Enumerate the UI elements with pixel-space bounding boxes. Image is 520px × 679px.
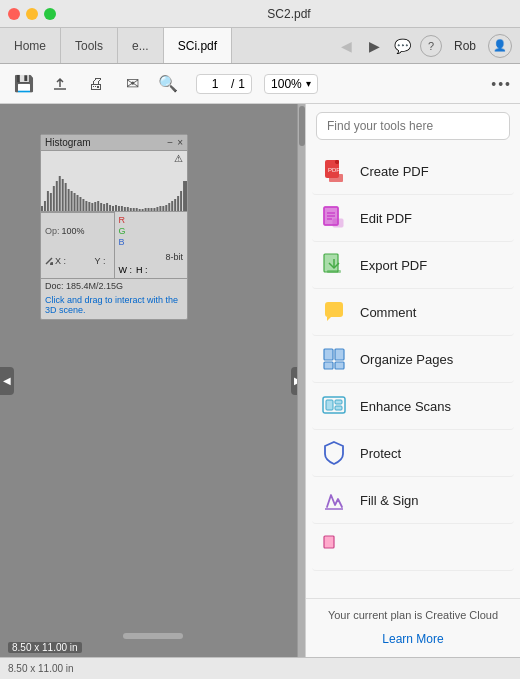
tools-panel: PDF Create PDF Edit PDF bbox=[305, 104, 520, 657]
protect-icon bbox=[320, 439, 348, 467]
histogram-titlebar: Histogram − × bbox=[41, 135, 187, 151]
svg-rect-8 bbox=[62, 179, 64, 211]
svg-rect-44 bbox=[168, 203, 170, 211]
svg-rect-32 bbox=[133, 208, 135, 211]
svg-rect-1 bbox=[41, 206, 43, 211]
svg-rect-6 bbox=[56, 181, 58, 211]
page-control: 1 / 1 bbox=[196, 74, 252, 94]
vertical-scrollbar[interactable] bbox=[297, 104, 305, 657]
tool-item-comment[interactable]: Comment bbox=[312, 289, 514, 336]
close-button[interactable] bbox=[8, 8, 20, 20]
more-options-button[interactable]: ••• bbox=[491, 76, 512, 92]
export-pdf-icon bbox=[320, 251, 348, 279]
svg-rect-66 bbox=[335, 349, 344, 360]
minimize-button[interactable] bbox=[26, 8, 38, 20]
tool-item-organize-pages[interactable]: Organize Pages bbox=[312, 336, 514, 383]
svg-rect-23 bbox=[106, 203, 108, 211]
user-name: Rob bbox=[448, 39, 482, 53]
create-pdf-icon: PDF bbox=[320, 157, 348, 185]
histogram-info-left: Op: 100% X : Y : bbox=[41, 212, 114, 278]
tool-item-export-pdf[interactable]: Export PDF bbox=[312, 242, 514, 289]
tool-item-enhance-scans[interactable]: Enhance Scans bbox=[312, 383, 514, 430]
page-size-status: 8.50 x 11.00 in bbox=[8, 663, 74, 674]
upload-button[interactable] bbox=[44, 68, 76, 100]
tab-navigation: ◀ ▶ 💬 ? Rob 👤 bbox=[336, 28, 520, 63]
svg-rect-53 bbox=[329, 174, 343, 182]
svg-rect-39 bbox=[153, 208, 155, 211]
pdf-viewer: Histogram − × bbox=[0, 104, 305, 657]
tab-home[interactable]: Home bbox=[0, 28, 61, 63]
b-label: B bbox=[119, 237, 125, 247]
svg-rect-25 bbox=[112, 206, 114, 211]
scroll-thumb bbox=[299, 106, 305, 146]
svg-rect-47 bbox=[177, 196, 179, 211]
protect-label: Protect bbox=[360, 446, 401, 461]
svg-point-51 bbox=[50, 262, 53, 265]
svg-rect-21 bbox=[100, 203, 102, 211]
tools-search-input[interactable] bbox=[316, 112, 510, 140]
tool-item-create-pdf[interactable]: PDF Create PDF bbox=[312, 148, 514, 195]
svg-rect-74 bbox=[324, 536, 334, 548]
panel-left-arrow[interactable]: ◀ bbox=[0, 367, 14, 395]
more-tools-icon bbox=[320, 533, 348, 561]
toolbar: 💾 🖨 ✉ 🔍 1 / 1 100% ▾ ••• bbox=[0, 64, 520, 104]
edit-pdf-label: Edit PDF bbox=[360, 211, 412, 226]
svg-rect-19 bbox=[94, 202, 96, 211]
nav-back-button[interactable]: ◀ bbox=[336, 35, 358, 57]
r-label: R bbox=[119, 215, 126, 225]
svg-rect-54 bbox=[335, 160, 339, 164]
nav-forward-button[interactable]: ▶ bbox=[364, 35, 386, 57]
comment-icon[interactable]: 💬 bbox=[392, 35, 414, 57]
search-button[interactable]: 🔍 bbox=[152, 68, 184, 100]
svg-rect-11 bbox=[71, 191, 73, 211]
histogram-close[interactable]: × bbox=[177, 137, 183, 148]
svg-rect-71 bbox=[335, 400, 342, 404]
page-total: 1 bbox=[238, 77, 245, 91]
tab-tools[interactable]: Tools bbox=[61, 28, 118, 63]
histogram-minimize[interactable]: − bbox=[167, 137, 173, 148]
svg-rect-40 bbox=[156, 207, 158, 211]
tab-scipdf[interactable]: SCi.pdf bbox=[164, 28, 232, 63]
titlebar: SC2.pdf bbox=[0, 0, 520, 28]
svg-rect-61 bbox=[333, 219, 343, 227]
email-button[interactable]: ✉ bbox=[116, 68, 148, 100]
svg-rect-65 bbox=[324, 349, 333, 360]
svg-rect-24 bbox=[109, 205, 111, 211]
svg-rect-36 bbox=[145, 208, 147, 211]
svg-rect-38 bbox=[151, 208, 153, 211]
main-area: Histogram − × bbox=[0, 104, 520, 657]
tool-item-fill-sign[interactable]: Fill & Sign bbox=[312, 477, 514, 524]
zoom-control[interactable]: 100% ▾ bbox=[264, 74, 318, 94]
page-size-label: 8.50 x 11.00 in bbox=[8, 642, 82, 653]
tool-item-protect[interactable]: Protect bbox=[312, 430, 514, 477]
maximize-button[interactable] bbox=[44, 8, 56, 20]
svg-rect-20 bbox=[97, 201, 99, 211]
y-label: Y : bbox=[95, 256, 106, 266]
svg-rect-29 bbox=[124, 207, 126, 211]
histogram-doc-info: Doc: 185.4M/2.15G bbox=[41, 278, 187, 293]
help-icon[interactable]: ? bbox=[420, 35, 442, 57]
histogram-controls: − × bbox=[167, 137, 183, 148]
print-button[interactable]: 🖨 bbox=[80, 68, 112, 100]
learn-more-link[interactable]: Learn More bbox=[382, 632, 443, 646]
histogram-canvas: ⚠ bbox=[41, 151, 187, 211]
horizontal-scrollbar[interactable] bbox=[123, 633, 183, 639]
tab-e[interactable]: e... bbox=[118, 28, 164, 63]
svg-rect-45 bbox=[171, 201, 173, 211]
zoom-value: 100% bbox=[271, 77, 302, 91]
tool-item-more[interactable] bbox=[312, 524, 514, 571]
tool-item-edit-pdf[interactable]: Edit PDF bbox=[312, 195, 514, 242]
user-avatar[interactable]: 👤 bbox=[488, 34, 512, 58]
svg-rect-28 bbox=[121, 206, 123, 211]
svg-rect-12 bbox=[74, 193, 76, 211]
page-number-input[interactable]: 1 bbox=[203, 77, 227, 91]
svg-rect-15 bbox=[82, 199, 84, 211]
create-pdf-label: Create PDF bbox=[360, 164, 429, 179]
statusbar: 8.50 x 11.00 in bbox=[0, 657, 520, 679]
svg-rect-30 bbox=[127, 207, 129, 211]
h-label: H : bbox=[136, 265, 148, 275]
svg-rect-2 bbox=[44, 201, 46, 211]
save-button[interactable]: 💾 bbox=[8, 68, 40, 100]
histogram-info-right: R G B 8-bit W : H : bbox=[114, 212, 188, 278]
svg-rect-35 bbox=[142, 209, 144, 211]
